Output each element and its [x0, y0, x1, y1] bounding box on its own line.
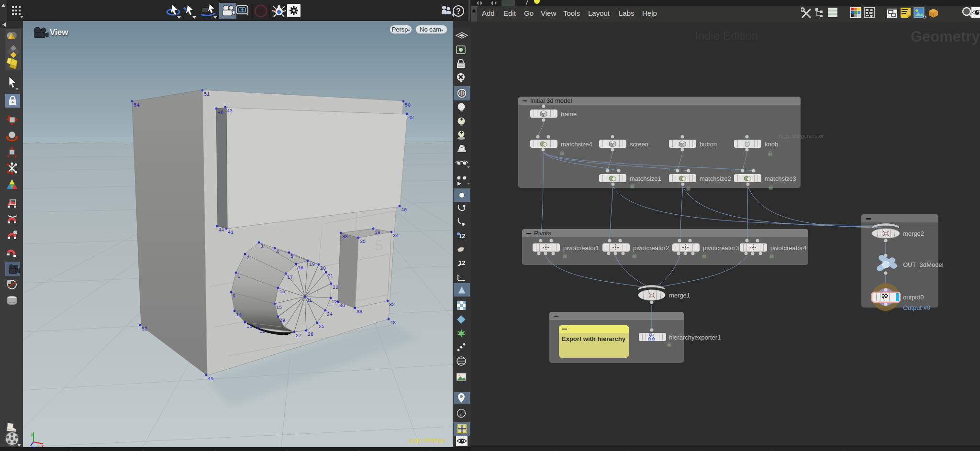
svg-text:21: 21 [327, 274, 333, 279]
svg-text:34: 34 [393, 233, 399, 239]
svg-text:32: 32 [389, 302, 395, 308]
svg-text:27: 27 [296, 333, 301, 339]
svg-text:?: ? [456, 7, 461, 15]
svg-text:40: 40 [401, 208, 407, 213]
svg-text:33: 33 [356, 309, 362, 315]
svg-text:26: 26 [308, 332, 313, 337]
svg-text:17: 17 [287, 275, 293, 280]
svg-text:35: 35 [360, 239, 366, 244]
svg-text:x: x [41, 443, 44, 447]
svg-text:24: 24 [327, 312, 333, 317]
svg-text:14: 14 [236, 312, 242, 318]
svg-text:3: 3 [260, 244, 263, 249]
svg-text:41: 41 [228, 230, 234, 235]
svg-text:43: 43 [227, 109, 233, 114]
svg-text:51: 51 [204, 92, 210, 97]
svg-text:18: 18 [298, 265, 303, 271]
svg-text:38: 38 [342, 234, 348, 240]
svg-text:31: 31 [306, 298, 312, 303]
svg-text:y: y [31, 431, 33, 437]
svg-text:1: 1 [237, 274, 240, 279]
svg-text:52: 52 [142, 327, 147, 332]
svg-text:13: 13 [246, 324, 252, 329]
svg-text:Indie Edition: Indie Edition [409, 437, 445, 444]
svg-text:5: 5 [375, 237, 383, 254]
svg-text:48: 48 [390, 320, 396, 326]
svg-text:44: 44 [218, 228, 224, 233]
svg-text:F: F [653, 333, 655, 336]
svg-text:46: 46 [218, 110, 223, 115]
svg-text:22: 22 [333, 285, 338, 290]
svg-text:4: 4 [276, 250, 279, 255]
svg-text:50: 50 [405, 103, 411, 108]
svg-text:16: 16 [279, 289, 285, 295]
svg-text:5: 5 [290, 254, 293, 259]
svg-text:39: 39 [375, 230, 380, 235]
svg-text:49: 49 [208, 376, 213, 382]
svg-text:29: 29 [279, 318, 285, 323]
svg-text:15: 15 [276, 305, 282, 310]
svg-text:19: 19 [309, 262, 315, 267]
svg-text:25: 25 [319, 324, 324, 330]
svg-text:54: 54 [134, 103, 139, 108]
svg-text:i: i [460, 410, 462, 417]
svg-text:42: 42 [408, 115, 414, 121]
svg-text:12: 12 [259, 329, 265, 334]
svg-text:36: 36 [339, 303, 345, 308]
svg-text:2: 2 [246, 255, 249, 261]
svg-text:20: 20 [320, 266, 326, 271]
svg-text:0: 0 [233, 294, 235, 299]
